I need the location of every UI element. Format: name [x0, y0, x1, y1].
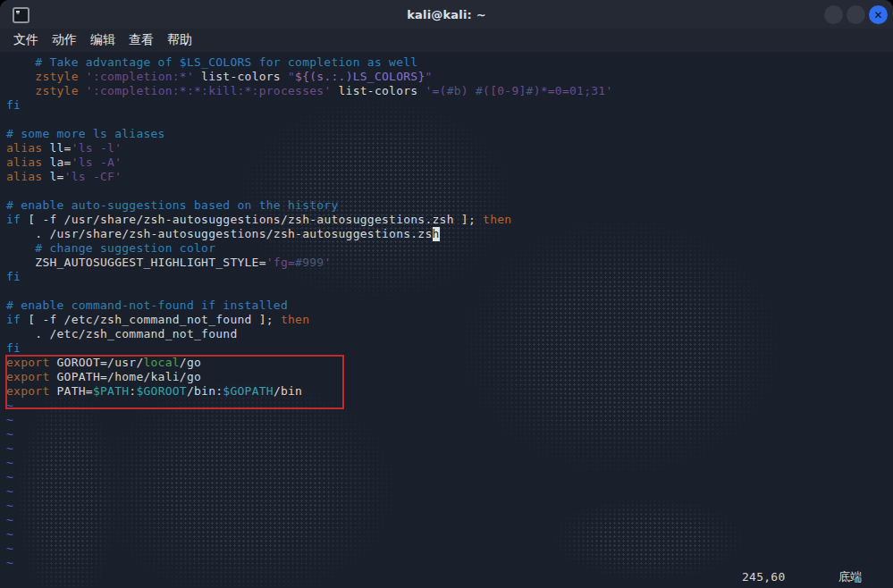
menu-item-help[interactable]: 帮助 [167, 32, 192, 48]
code-line: fi [0, 270, 893, 284]
code-segment: fi [6, 98, 21, 112]
code-segment: ([0-9] [483, 84, 526, 97]
code-line: ~ [0, 513, 893, 527]
code-segment: ~ [6, 513, 13, 526]
code-line: fi [0, 341, 893, 356]
code-segment: ~ [6, 427, 13, 441]
code-segment: # some more ls aliases [6, 127, 165, 140]
window-title: kali@kali: ~ [407, 8, 486, 21]
code-segment: #b [447, 84, 461, 97]
code-line: . /etc/zsh_command_not_found [0, 327, 893, 341]
code-segment: $GOPATH [223, 384, 274, 398]
code-line: # enable command-not-found if installed [0, 298, 893, 313]
code-line: ~ [0, 527, 893, 542]
code-segment: GOPATH=/home/kali/go [49, 370, 201, 383]
code-segment: [ -f /etc/zsh_command_not_found ]; [21, 313, 281, 326]
code-segment: ) [461, 84, 476, 97]
close-icon: ✕ [873, 10, 882, 21]
code-segment [6, 70, 35, 83]
code-segment: ':completion:*:*:kill:*:processes' [86, 84, 332, 97]
code-segment: ~ [6, 470, 13, 483]
maximize-button[interactable] [847, 5, 865, 24]
code-segment: alias [6, 170, 42, 183]
code-line [0, 113, 893, 127]
menu-item-edit[interactable]: 编辑 [90, 32, 115, 48]
code-segment: export [6, 384, 49, 398]
code-segment: ~ [6, 399, 13, 412]
code-line: ~ [0, 399, 893, 413]
code-segment: ~ [6, 456, 13, 469]
code-segment: /bin: [187, 384, 223, 398]
code-segment: 'ls -A' [72, 155, 122, 169]
code-segment: export [6, 356, 49, 369]
code-line: # enable auto-suggestions based on the h… [0, 198, 893, 213]
vim-statusline: 245,60 底端 [0, 570, 893, 584]
code-line: ~ [0, 441, 893, 456]
close-button[interactable]: ✕ [869, 5, 888, 24]
code-segment: export [6, 370, 49, 383]
code-segment: 'ls -l' [72, 141, 122, 155]
code-segment: alias [6, 141, 42, 155]
code-segment: #999 [295, 256, 324, 269]
code-line: ~ [0, 456, 893, 470]
code-segment: then [281, 313, 309, 326]
code-line: ZSH_AUTOSUGGEST_HIGHLIGHT_STYLE='fg=#999… [0, 256, 893, 270]
code-segment: . /usr/share/zsh-autosuggestions/zsh-aut… [6, 227, 433, 240]
code-segment: l= [42, 170, 63, 183]
code-line: zstyle ':completion:*:*:kill:*:processes… [0, 84, 893, 98]
code-line: if [ -f /usr/share/zsh-autosuggestions/z… [0, 213, 893, 227]
code-line [0, 184, 893, 198]
code-segment: # change suggestion color [6, 241, 215, 255]
code-line: export PATH=$PATH:$GOROOT/bin:$GOPATH/bi… [0, 384, 893, 399]
code-segment: PATH= [49, 384, 92, 398]
code-line: zstyle ':completion:*' list-colors "${(s… [0, 70, 893, 84]
code-segment: ':completion:*' [86, 70, 194, 83]
code-line: # change suggestion color [0, 241, 893, 256]
titlebar: kali@kali: ~ ✕ [0, 0, 893, 29]
code-segment: [ -f /usr/share/zsh-autosuggestions/zsh-… [21, 213, 483, 226]
code-segment: )*=0=01;31' [534, 84, 613, 97]
code-segment: ${(s.:.)LS_COLORS} [295, 70, 425, 83]
menu-item-view[interactable]: 查看 [129, 32, 154, 48]
code-line: ~ [0, 427, 893, 441]
code-segment: " [425, 70, 432, 83]
code-segment: /go [180, 356, 201, 369]
vim-cursor: h [433, 227, 440, 241]
code-segment: if [6, 313, 21, 326]
code-segment: # enable auto-suggestions based on the h… [6, 198, 339, 212]
code-line: ~ [0, 484, 893, 499]
terminal-content[interactable]: # Take advantage of $LS_COLORS for compl… [0, 52, 893, 588]
code-segment: ZSH_AUTOSUGGEST_HIGHLIGHT_STYLE= [6, 256, 266, 269]
code-segment: /bin [274, 384, 302, 398]
cursor-position: 245,60 [742, 570, 785, 584]
code-segment: '=( [425, 84, 446, 97]
code-segment: # enable command-not-found if installed [6, 298, 288, 312]
code-segment: ~ [6, 542, 13, 555]
code-segment: ll= [42, 141, 71, 155]
minimize-button[interactable] [824, 5, 843, 24]
code-segment: list-colors [331, 84, 425, 97]
code-line: alias la='ls -A' [0, 155, 893, 170]
code-segment: # Take advantage of $LS_COLORS for compl… [6, 55, 417, 69]
code-segment: ~ [6, 413, 13, 426]
code-segment: ~ [6, 556, 13, 569]
code-segment: if [6, 213, 21, 226]
code-lines: # Take advantage of $LS_COLORS for compl… [0, 55, 893, 570]
code-segment: ~ [6, 527, 13, 541]
code-segment [6, 84, 35, 97]
terminal-icon [13, 7, 29, 23]
menu-item-actions[interactable]: 动作 [52, 32, 77, 48]
code-line: ~ [0, 413, 893, 427]
code-segment: ' [324, 256, 331, 269]
code-segment: zstyle [35, 70, 78, 83]
code-segment: fi [6, 341, 21, 355]
code-segment: " [288, 70, 295, 83]
code-segment [79, 84, 86, 97]
code-line: if [ -f /etc/zsh_command_not_found ]; th… [0, 313, 893, 327]
code-segment: fi [6, 270, 21, 283]
menu-item-file[interactable]: 文件 [13, 32, 38, 48]
code-segment: then [483, 213, 511, 226]
menubar: 文件 动作 编辑 查看 帮助 [0, 29, 893, 52]
code-line: # some more ls aliases [0, 127, 893, 141]
code-segment: alias [6, 155, 42, 169]
